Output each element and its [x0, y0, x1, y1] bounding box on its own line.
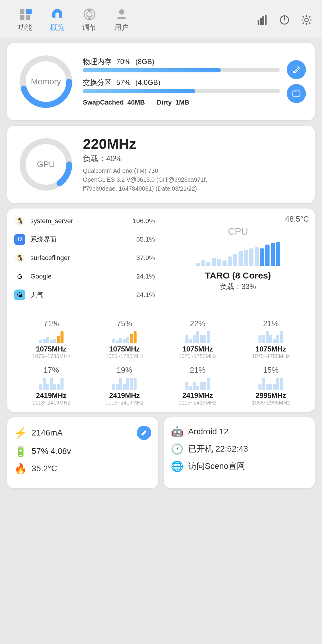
memory-label: Memory	[31, 77, 61, 86]
battery-value: 57% 4.08v	[32, 447, 71, 456]
core-mini-chart	[39, 377, 64, 390]
swap-progress-bg	[83, 89, 280, 93]
core-freq: 1075MHz	[36, 345, 66, 353]
nav-item-user[interactable]: 用户	[106, 5, 138, 35]
core-bar	[203, 335, 206, 343]
core-bar	[53, 384, 56, 390]
svg-rect-0	[20, 9, 24, 14]
core-item-0: 71% 1075MHz 1075~1785MHz	[16, 319, 86, 360]
core-bar	[185, 382, 188, 390]
core-range: 1075~1785MHz	[32, 353, 70, 360]
gpu-load-label: 负载：	[83, 154, 106, 163]
nav-item-features[interactable]: 功能	[9, 5, 41, 35]
clean-button[interactable]	[287, 60, 306, 79]
cpu-load: 负载：33%	[220, 282, 256, 291]
plug-icon: ⚡	[14, 427, 27, 439]
process-item: 🐧 system_server 106.0%	[13, 214, 155, 228]
swap-progress-fill	[83, 89, 195, 93]
core-mini-chart	[258, 377, 283, 390]
core-item-6: 21% 2419MHz 1113~2419MHz	[162, 365, 233, 406]
nav-items: 功能 概览 调节	[9, 5, 256, 35]
core-freq: 2419MHz	[182, 391, 213, 400]
core-bar	[116, 340, 119, 343]
core-freq: 2419MHz	[36, 391, 66, 400]
core-bar	[43, 378, 46, 390]
cpu-process-list: 🐧 system_server 106.0% 12 系统界面 55.1% 🐧 s…	[13, 214, 161, 307]
bottom-right-card: 🤖 Android 12 🕐 已开机 22:52:43 🌐 访问Sceno宣网	[164, 417, 315, 488]
visit-row: 🌐 访问Sceno宣网	[171, 460, 308, 472]
cores-grid: 71% 1075MHz 1075~1785MHz 75% 1075MHz 107…	[13, 319, 309, 406]
swap-cached-value: 40MB	[127, 99, 145, 106]
core-mini-chart	[185, 330, 210, 343]
core-pct: 75%	[117, 319, 132, 328]
gpu-load: 负载：40%	[83, 153, 306, 164]
svg-point-22	[295, 91, 296, 92]
core-bar	[130, 334, 133, 343]
core-mini-chart	[185, 377, 210, 390]
svg-point-9	[119, 9, 124, 15]
process-name: system_server	[30, 217, 129, 225]
top-navigation: 功能 概览 调节	[0, 0, 322, 38]
core-freq: 2419MHz	[109, 391, 140, 400]
settings-icon[interactable]	[300, 13, 313, 27]
core-bar	[262, 378, 265, 390]
uptime-row: 🕐 已开机 22:52:43	[171, 443, 308, 455]
core-bar	[196, 331, 199, 343]
core-pct: 21%	[263, 319, 278, 328]
bottom-row: ⚡ 2146mA 🔋 57% 4.08v 🔥 35.2°C 🤖 Android …	[7, 417, 315, 488]
gpu-detail-line1: Qualcomm Adreno (TM) 730	[83, 166, 306, 175]
process-item: G Google 24.1%	[13, 270, 155, 283]
core-freq: 2995MHz	[256, 391, 286, 400]
core-bar	[269, 384, 272, 390]
core-range: 1075~1785MHz	[252, 353, 290, 360]
core-bar	[119, 338, 122, 343]
tune-label: 调节	[82, 23, 97, 32]
nav-item-tune[interactable]: 调节	[73, 5, 106, 35]
core-bar	[116, 384, 119, 390]
power-icon[interactable]	[278, 13, 291, 27]
memory-donut: Memory	[16, 52, 76, 111]
process-pct: 24.1%	[136, 291, 155, 299]
core-bar	[39, 384, 42, 390]
core-pct: 19%	[117, 365, 132, 375]
physical-memory-row: 物理内存 70% (8GB)	[83, 57, 280, 72]
nav-item-overview[interactable]: 概览	[41, 5, 73, 35]
svg-rect-10	[258, 20, 259, 25]
gpu-detail-line2: OpenGL ES 3.2 V@0615.0 (GIT@3923ca971f,	[83, 175, 306, 184]
core-bar	[123, 384, 126, 390]
svg-point-6	[87, 12, 92, 17]
core-bar	[123, 339, 126, 343]
core-bar	[207, 378, 210, 390]
process-name: surfaceflinger	[30, 254, 132, 262]
cpu-chart-bar	[239, 251, 243, 266]
current-row: ⚡ 2146mA	[14, 426, 151, 440]
svg-text:G: G	[17, 273, 22, 280]
core-pct: 71%	[44, 319, 59, 328]
storage-button[interactable]	[287, 84, 306, 103]
cpu-chart-bar	[212, 258, 216, 266]
cpu-chart-bar	[271, 243, 275, 266]
chart-icon[interactable]	[256, 13, 269, 27]
process-pct: 55.1%	[136, 236, 155, 243]
svg-rect-3	[20, 15, 24, 20]
core-bar	[196, 386, 199, 390]
swap-size: (4.0GB)	[135, 78, 160, 87]
core-bar	[207, 331, 210, 343]
cpu-chart-bar	[196, 263, 200, 266]
user-icon	[115, 8, 128, 21]
cpu-temp: 48.5°C	[285, 214, 309, 224]
gpu-freq: 220MHz	[83, 136, 306, 152]
process-name: 系统界面	[30, 235, 132, 244]
cpu-chart-bar	[265, 245, 270, 266]
dirty-value: 1MB	[175, 99, 189, 106]
core-bar	[126, 378, 129, 390]
gpu-detail-line3: lf79cb9deae, 1647849031) (Date:03/21/22)	[83, 184, 306, 193]
core-pct: 17%	[44, 365, 59, 375]
edit-button[interactable]	[137, 426, 151, 440]
android-row: 🤖 Android 12	[171, 426, 308, 438]
cpu-chart-bar	[201, 260, 205, 266]
core-bar	[258, 384, 261, 390]
cpu-right: 48.5°C CPU TARO (8 Cores) 负载：33%	[161, 214, 309, 307]
core-bar	[258, 335, 261, 343]
gpu-info: 220MHz 负载：40% Qualcomm Adreno (TM) 730 O…	[83, 136, 306, 193]
